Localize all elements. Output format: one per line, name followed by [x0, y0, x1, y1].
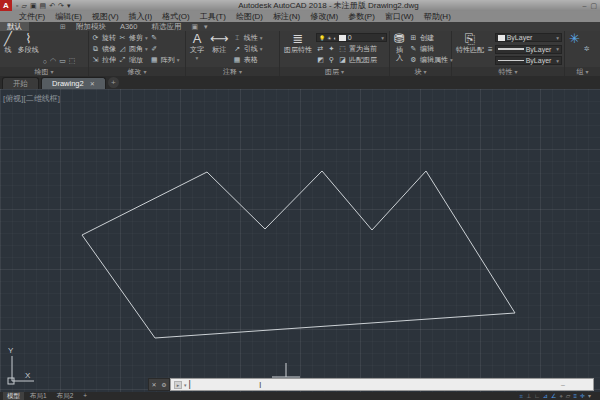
panel-label-group[interactable]: 组 ▾ — [565, 67, 600, 76]
file-tab-drawing2[interactable]: Drawing2 ✕ — [41, 77, 106, 89]
otrack-toggle-icon[interactable]: ⌖ — [559, 392, 562, 400]
panel-label-draw[interactable]: 绘图 ▾ — [0, 67, 88, 76]
lweight-toggle-icon[interactable]: ▱ — [566, 392, 571, 400]
lineweight-list-icon[interactable]: ≡ — [488, 45, 493, 54]
command-input[interactable]: ▸ ▾ | I – — [170, 378, 594, 391]
restore-icon[interactable]: ▢ — [590, 0, 597, 11]
menu-tools[interactable]: 工具(T) — [195, 11, 231, 22]
drawing-canvas[interactable]: [俯视][二维线框] — [0, 89, 600, 392]
fillet-tool[interactable]: ◿ 圆角 ▾ — [118, 44, 148, 54]
menu-view[interactable]: 视图(V) — [87, 11, 124, 22]
panel-label-layer[interactable]: 图层 ▾ — [280, 67, 389, 76]
layer-dropdown[interactable]: 💡 ☀ ◐ 0 ▾ — [316, 33, 387, 42]
recent-commands-icon[interactable]: ▸ — [174, 381, 182, 389]
menu-parametric[interactable]: 参数(P) — [343, 11, 380, 22]
close-tab-icon[interactable]: ✕ — [90, 78, 95, 90]
new-tab-button[interactable]: + — [108, 77, 119, 88]
command-caret-icon[interactable]: ▾ — [184, 382, 187, 388]
edit-attributes-tool[interactable]: ⚙ 编辑属性 ▾ — [409, 55, 453, 65]
lineweight-dropdown[interactable]: ByLayer ▾ — [495, 45, 562, 54]
group-tool[interactable]: ✳ — [567, 32, 582, 66]
layer-properties-tool[interactable]: ≣ 图层特性 — [282, 32, 314, 66]
polar-toggle-icon[interactable]: ⊿ — [543, 392, 548, 400]
scale-tool[interactable]: ⤢ 缩放 — [118, 55, 148, 65]
ribbon-tab-featured-apps[interactable]: 精选应用 — [144, 22, 188, 31]
ribbon-toggle-icon[interactable]: ▣ — [188, 23, 201, 31]
new-file-icon[interactable]: ▫ — [16, 0, 18, 11]
linear-caret-icon[interactable]: ▾ — [260, 33, 263, 43]
osnap-toggle-icon[interactable]: ∠ — [551, 392, 556, 400]
insert-block-tool[interactable]: ⛃ 插入 — [392, 32, 407, 66]
text-tool[interactable]: A 文字 ▾ — [188, 32, 206, 66]
redo-icon[interactable]: ↷ — [58, 0, 64, 11]
text-caret-icon[interactable]: ▾ — [196, 54, 199, 62]
panel-label-block[interactable]: 块 ▾ — [390, 67, 451, 76]
menu-draw[interactable]: 绘图(D) — [231, 11, 268, 22]
plot-icon[interactable]: ▤ — [40, 0, 47, 11]
circle-icon[interactable]: ○ — [43, 58, 47, 65]
ribbon-tab-home[interactable]: 默认 — [0, 22, 29, 31]
layout2-tab[interactable]: 布局2 — [53, 392, 78, 400]
model-tab[interactable]: 模型 — [3, 392, 24, 400]
file-tab-start[interactable]: 开始 — [2, 77, 39, 89]
snap-toggle-icon[interactable]: ⊥ — [526, 392, 531, 400]
polyline-tool[interactable]: ⌇ 多段线 — [16, 32, 41, 66]
viewport-controls[interactable]: [俯视][二维线框] — [3, 93, 60, 104]
array-caret-icon[interactable]: ▾ — [177, 55, 180, 65]
ungroup-icon[interactable]: ✲ — [584, 45, 590, 53]
panel-label-annotate[interactable]: 注释 ▾ — [186, 67, 279, 76]
linear-dim-tool[interactable]: ⌶ 线性 ▾ — [233, 33, 263, 43]
leader-tool[interactable]: ↗ 引线 ▾ — [233, 44, 263, 54]
customize-wrench-icon[interactable]: ⚙ — [161, 381, 166, 388]
minimize-icon[interactable]: – — [582, 0, 586, 11]
line-tool[interactable]: ╱ 线 — [2, 32, 14, 66]
status-more-caret-icon[interactable]: ▾ — [588, 392, 591, 400]
trim-caret-icon[interactable]: ▾ — [145, 33, 148, 43]
new-layout-tab[interactable]: + — [79, 392, 91, 400]
make-current-tool[interactable]: ⇄ ✦ ⬚ 置为当前 — [316, 44, 387, 54]
edit-block-tool[interactable]: ✎ 编辑 — [409, 44, 453, 54]
ortho-toggle-icon[interactable]: ∟ — [534, 392, 540, 400]
ribbon-toggle-caret-icon[interactable]: ▾ — [201, 23, 211, 31]
trim-tool[interactable]: ✂ 修剪 ▾ — [118, 33, 148, 43]
object-color-dropdown[interactable]: ByLayer ▾ — [495, 33, 562, 42]
qat-dropdown-icon[interactable]: ▾ — [67, 0, 71, 11]
menu-help[interactable]: 帮助(H) — [419, 11, 456, 22]
layout1-tab[interactable]: 布局1 — [26, 392, 51, 400]
fillet-caret-icon[interactable]: ▾ — [145, 44, 148, 54]
erase-tool[interactable]: ✎ — [150, 33, 180, 43]
dimension-tool[interactable]: ⟷ 标注 — [208, 32, 231, 66]
match-layer-tool[interactable]: ◩ ⚲ ◪ 匹配图层 — [316, 55, 387, 65]
grid-toggle-icon[interactable]: ⌗ — [520, 392, 523, 400]
menu-window[interactable]: 窗口(W) — [380, 11, 419, 22]
menu-insert[interactable]: 插入(I) — [124, 11, 158, 22]
dynamic-input-toggle-icon[interactable]: ≡ — [573, 392, 577, 400]
mirror-tool[interactable]: ⧉ 镜像 — [91, 44, 116, 54]
menu-edit[interactable]: 编辑(E) — [50, 11, 87, 22]
undo-icon[interactable]: ↶ — [49, 0, 55, 11]
menu-dimension[interactable]: 标注(N) — [268, 11, 305, 22]
autocad-logo-icon[interactable]: A — [0, 0, 12, 11]
menu-file[interactable]: 文件(F) — [14, 11, 50, 22]
rotate-tool[interactable]: ⟳ 旋转 — [91, 33, 116, 43]
rectangle-icon[interactable]: ▭ — [59, 57, 66, 65]
panel-label-properties[interactable]: 特性 ▾ — [452, 67, 564, 76]
command-resize-handle[interactable]: – — [561, 381, 565, 388]
array-tool[interactable]: ▦ 阵列 ▾ — [150, 55, 180, 65]
linetype-dropdown[interactable]: ByLayer ▾ — [495, 56, 562, 65]
table-tool[interactable]: ▦ 表格 — [233, 55, 263, 65]
crosshair-toggle-icon[interactable]: ✛ — [580, 392, 585, 400]
ribbon-tab-addins[interactable]: 附加模块 — [69, 22, 113, 31]
ribbon-tab-a360[interactable]: A360 — [113, 22, 145, 31]
open-file-icon[interactable]: ▱ — [21, 0, 26, 11]
stretch-tool[interactable]: ⇲ 拉伸 — [91, 55, 116, 65]
match-properties-tool[interactable]: ⎘ 特性匹配 — [454, 32, 486, 66]
close-icon[interactable]: ✕ — [151, 381, 156, 388]
leader-caret-icon[interactable]: ▾ — [260, 44, 263, 54]
explode-tool[interactable]: ✐ — [150, 44, 180, 54]
menu-modify[interactable]: 修改(M) — [305, 11, 343, 22]
panel-label-modify[interactable]: 修改 ▾ — [89, 67, 185, 76]
save-icon[interactable]: ▣ — [30, 0, 37, 11]
hatch-icon[interactable]: ⬚ — [69, 57, 76, 65]
create-block-tool[interactable]: ⊞ 创建 — [409, 33, 453, 43]
